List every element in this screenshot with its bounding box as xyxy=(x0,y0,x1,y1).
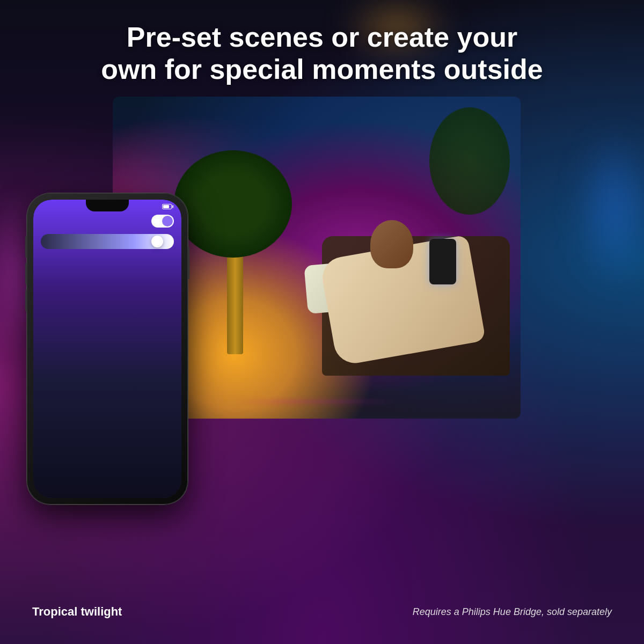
slider-thumb xyxy=(151,236,163,247)
phone-vol-up-button xyxy=(25,263,27,284)
brightness-slider[interactable] xyxy=(41,234,174,249)
phone-mockup: 9:41 ∿ xyxy=(27,193,188,504)
battery-icon xyxy=(162,204,172,209)
phone-outer: 9:41 ∿ xyxy=(27,193,188,504)
toggle-knob xyxy=(162,216,173,226)
tropical-twilight-label: Tropical twilight xyxy=(32,605,122,619)
phone-notch xyxy=(86,200,129,211)
phone-power-button xyxy=(188,247,189,279)
phone-vol-down-button xyxy=(25,290,27,311)
headline: Pre-set scenes or create your own for sp… xyxy=(0,0,644,102)
headline-line1: Pre-set scenes or create your xyxy=(127,21,517,53)
glow-strip xyxy=(235,401,398,402)
headline-line2: own for special moments outside xyxy=(101,54,543,85)
plant-right xyxy=(429,107,510,215)
bottom-section: Tropical twilight Requires a Philips Hue… xyxy=(0,580,644,644)
phone-silent-button xyxy=(25,236,27,258)
page-content: Pre-set scenes or create your own for sp… xyxy=(0,0,644,644)
phone-screen: 9:41 ∿ xyxy=(33,200,181,498)
requires-text: Requires a Philips Hue Bridge, sold sepa… xyxy=(413,606,612,618)
person-head xyxy=(370,220,413,268)
battery-fill xyxy=(163,205,169,208)
power-toggle[interactable] xyxy=(151,215,174,228)
tree-foliage xyxy=(174,150,292,258)
scene-phone-prop xyxy=(429,239,456,284)
